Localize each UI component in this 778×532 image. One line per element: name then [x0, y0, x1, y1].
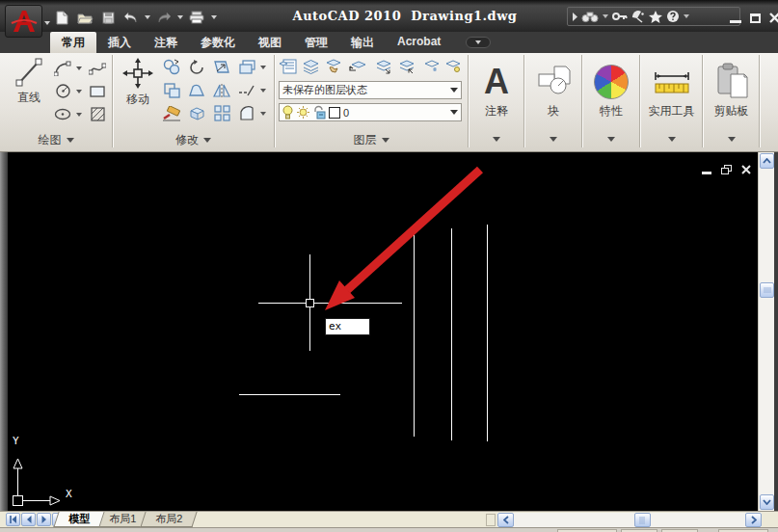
application-menu-button[interactable] [5, 5, 42, 38]
canvas-right-frame [774, 152, 778, 511]
new-file-button[interactable] [50, 9, 73, 26]
redo-button[interactable] [152, 9, 175, 26]
tab-output[interactable]: 输出 [339, 32, 386, 53]
mirror-tool-button[interactable] [211, 80, 232, 100]
window-title: AutoCAD 2010 Drawing1.dwg [280, 9, 530, 23]
search-caret-icon[interactable] [603, 8, 608, 25]
block-panel-label: 块 [548, 103, 559, 120]
tab-home[interactable]: 常用 [50, 32, 96, 53]
block-panel[interactable]: 块 [525, 53, 581, 149]
fillet-caret-icon[interactable] [257, 103, 269, 123]
ribbon: 直线 绘图 [0, 53, 778, 152]
modify-panel-caret-icon [203, 138, 211, 143]
communication-center-satellite-icon[interactable] [631, 8, 645, 25]
arc-caret-icon[interactable] [73, 58, 85, 78]
stretch-tool-button[interactable] [236, 57, 257, 77]
annotation-panel[interactable]: A 注释 [469, 53, 523, 149]
hatch-tool-button[interactable] [87, 104, 108, 124]
layer-unisolate-button[interactable] [396, 56, 417, 76]
help-icon[interactable] [666, 8, 680, 25]
undo-button[interactable] [120, 9, 143, 26]
search-binoculars-icon[interactable] [581, 8, 599, 25]
tab-acrobat[interactable]: Acrobat [386, 32, 452, 53]
modify-panel-footer[interactable]: 修改 [113, 130, 274, 149]
circle-tool-button[interactable] [52, 81, 73, 101]
trim-tool-button[interactable] [211, 57, 232, 77]
stretch-caret-icon[interactable] [257, 57, 269, 77]
erase-tool-button[interactable] [161, 103, 182, 123]
copy-tool-button[interactable] [161, 57, 182, 77]
utilities-panel[interactable]: 实用工具 [641, 53, 702, 149]
previous-tab-button[interactable] [21, 513, 36, 526]
scroll-right-button[interactable] [745, 513, 762, 527]
rectangle-tool-button[interactable] [87, 81, 108, 101]
tab-layout2[interactable]: 布局2 [141, 512, 198, 527]
spline-tool-button[interactable] [87, 58, 108, 78]
minimize-button[interactable] [730, 20, 741, 23]
arc-tool-button[interactable] [52, 58, 73, 78]
properties-panel[interactable]: 特性 [583, 53, 639, 149]
undo-caret-icon[interactable] [143, 9, 152, 26]
layer-isolate-button[interactable] [373, 56, 394, 76]
fillet-tool-button[interactable] [161, 80, 182, 100]
layer-state-combo[interactable]: 未保存的图层状态 [279, 81, 462, 99]
move-icon [121, 57, 154, 90]
scrollbar-splitter-handle[interactable] [486, 514, 496, 526]
ellipse-tool-button[interactable] [52, 104, 73, 124]
draw-panel-footer[interactable]: 绘图 [0, 130, 112, 149]
scroll-left-button[interactable] [497, 513, 514, 527]
layer-previous-button[interactable] [346, 56, 367, 76]
horizontal-scrollbar[interactable] [497, 513, 762, 527]
maximize-button[interactable] [750, 13, 761, 23]
layer-unlock-icon [313, 105, 326, 120]
save-button[interactable] [96, 9, 120, 26]
layer-properties-button[interactable] [277, 56, 298, 76]
scroll-down-button[interactable] [760, 494, 774, 510]
tab-annotate[interactable]: 注释 [143, 32, 189, 53]
offset-tool-button[interactable] [186, 80, 207, 100]
draw-panel-label: 绘图 [39, 132, 62, 148]
next-tab-button[interactable] [37, 513, 51, 526]
layer-match-button[interactable] [323, 56, 344, 76]
layer-select-combo[interactable]: 0 [279, 103, 462, 121]
ucs-x-label: X [66, 488, 72, 500]
ribbon-minimize-button[interactable] [466, 37, 491, 48]
layers-panel-footer[interactable]: 图层 [275, 130, 468, 149]
layer-states-button[interactable] [300, 56, 321, 76]
tab-insert[interactable]: 插入 [96, 32, 143, 53]
infocenter-expand-icon[interactable] [572, 8, 577, 25]
quick-access-toolbar [50, 9, 220, 26]
favorites-star-icon[interactable] [649, 8, 662, 25]
redo-caret-icon[interactable] [175, 9, 185, 26]
move-tool-button[interactable]: 移动 [117, 57, 159, 108]
vertical-scrollbar[interactable] [758, 152, 774, 511]
array-tool-button[interactable] [211, 103, 232, 123]
tab-manage[interactable]: 管理 [293, 32, 339, 53]
layer-freeze-button[interactable] [421, 56, 443, 76]
vertical-scroll-thumb[interactable] [760, 282, 774, 298]
circle-caret-icon[interactable] [73, 81, 85, 101]
layer-off-button[interactable] [443, 56, 464, 76]
line-tool-button[interactable]: 直线 [8, 57, 50, 106]
extend-tool-button[interactable] [236, 80, 257, 100]
first-tab-button[interactable] [6, 513, 20, 526]
dynamic-input-field[interactable]: ex [325, 318, 370, 335]
drawing-canvas[interactable]: ex Y X [8, 152, 758, 511]
horizontal-scroll-thumb[interactable] [634, 513, 651, 527]
rotate-tool-button[interactable] [186, 57, 207, 77]
tab-view[interactable]: 视图 [247, 32, 293, 53]
tab-parametric[interactable]: 参数化 [189, 32, 247, 53]
print-caret-icon[interactable] [208, 9, 220, 26]
fillet-arc-tool-button[interactable] [236, 103, 257, 123]
explode-tool-button[interactable] [186, 103, 207, 123]
tab-model[interactable]: 模型 [53, 512, 104, 527]
ellipse-caret-icon[interactable] [73, 104, 85, 124]
help-caret-icon[interactable] [684, 8, 689, 25]
close-button[interactable] [769, 10, 778, 27]
open-file-button[interactable] [73, 9, 96, 26]
print-button[interactable] [185, 9, 208, 26]
scroll-up-button[interactable] [760, 153, 774, 169]
subscription-key-icon[interactable] [612, 8, 628, 25]
extend-caret-icon[interactable] [257, 80, 269, 100]
clipboard-panel[interactable]: 剪贴板 [704, 53, 759, 149]
